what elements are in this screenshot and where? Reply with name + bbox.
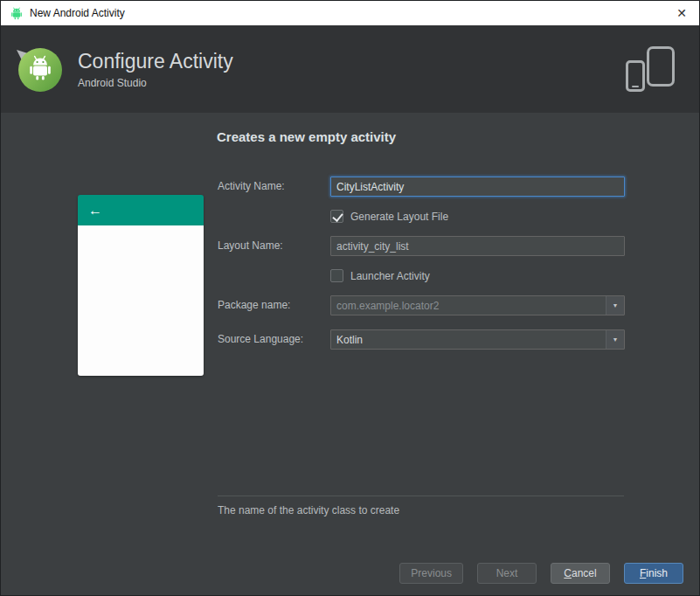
titlebar: New Android Activity ✕: [1, 1, 699, 25]
generate-layout-label: Generate Layout File: [350, 211, 448, 223]
wizard-header: Configure Activity Android Studio: [1, 25, 699, 113]
phone-tablet-icon: [624, 46, 675, 92]
wizard-subtitle: Android Studio: [78, 77, 624, 89]
generate-layout-row: Generate Layout File: [218, 209, 625, 224]
android-studio-logo: [15, 45, 64, 94]
activity-name-label: Activity Name:: [218, 177, 330, 197]
page-title: Creates a new empty activity: [217, 129, 396, 144]
previous-button[interactable]: Previous: [399, 563, 463, 584]
tablet-icon: [647, 46, 675, 87]
android-icon: [10, 6, 24, 20]
source-language-combobox[interactable]: Kotlin ▼: [330, 329, 625, 350]
chevron-down-icon[interactable]: ▼: [606, 296, 624, 315]
phone-icon: [626, 60, 645, 92]
button-bar: Previous Next Cancel Finish: [399, 563, 683, 584]
new-android-activity-dialog: New Android Activity ✕: [0, 0, 700, 596]
activity-preview-body: [78, 225, 204, 376]
wizard-title: Configure Activity: [78, 50, 624, 73]
source-language-label: Source Language:: [218, 329, 330, 350]
chevron-down-icon[interactable]: ▼: [606, 330, 624, 349]
cancel-button-label: Cancel: [562, 567, 599, 579]
next-button-label: Next: [489, 567, 525, 579]
status-text: The name of the activity class to create: [218, 504, 399, 516]
activity-form: Activity Name: Generate Layout File Layo…: [218, 177, 625, 362]
finish-button-label: Finish: [635, 567, 672, 579]
package-name-label: Package name:: [218, 295, 330, 315]
activity-preview: ←: [78, 195, 204, 376]
package-name-value: com.example.locator2: [331, 300, 606, 312]
close-icon[interactable]: ✕: [673, 7, 690, 19]
finish-button[interactable]: Finish: [624, 563, 683, 584]
layout-name-label: Layout Name:: [218, 236, 330, 256]
launcher-activity-row: Launcher Activity: [218, 268, 625, 283]
source-language-value: Kotlin: [331, 334, 606, 346]
next-button[interactable]: Next: [477, 563, 537, 584]
source-language-row: Source Language: Kotlin ▼: [218, 329, 625, 350]
activity-name-row: Activity Name:: [218, 177, 625, 197]
launcher-activity-checkbox[interactable]: [330, 269, 343, 282]
divider: [218, 496, 624, 496]
package-name-combobox[interactable]: com.example.locator2 ▼: [330, 295, 625, 315]
generate-layout-checkbox[interactable]: [330, 210, 343, 223]
back-arrow-icon: ←: [88, 203, 102, 218]
launcher-activity-label: Launcher Activity: [350, 270, 430, 282]
layout-name-row: Layout Name:: [218, 236, 625, 256]
layout-name-input[interactable]: [330, 236, 625, 256]
wizard-content: Creates a new empty activity ← Activity …: [1, 113, 699, 595]
window-title: New Android Activity: [30, 7, 673, 19]
cancel-button[interactable]: Cancel: [551, 563, 610, 584]
header-text: Configure Activity Android Studio: [78, 50, 624, 89]
package-name-row: Package name: com.example.locator2 ▼: [218, 295, 625, 315]
previous-button-label: Previous: [411, 567, 452, 579]
activity-preview-appbar: ←: [78, 195, 204, 225]
activity-name-input[interactable]: [330, 177, 625, 197]
